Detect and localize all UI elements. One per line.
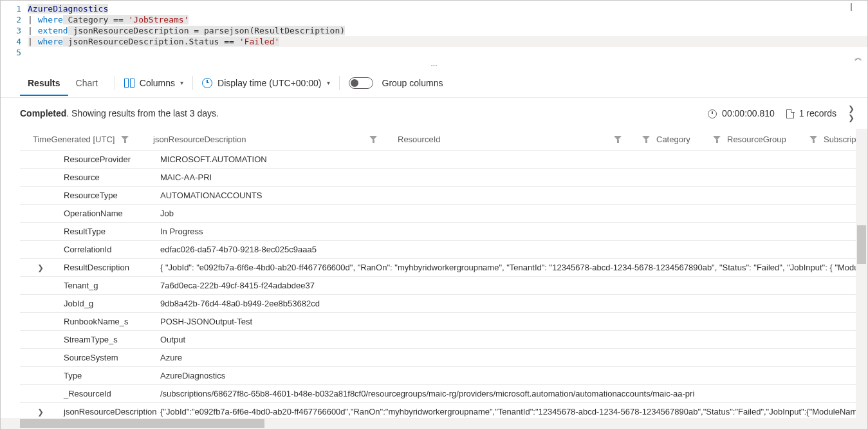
collapse-icon[interactable]: ︽ <box>854 52 862 63</box>
field-value: MICROSOFT.AUTOMATION <box>158 154 867 164</box>
filter-icon[interactable] <box>713 136 721 144</box>
detail-row[interactable]: RunbookName_sPOSH-JSONOutput-Test <box>20 313 867 331</box>
field-name: ResultDescription <box>61 263 158 272</box>
field-name: Resource <box>61 173 158 182</box>
detail-row[interactable]: ❯ResultDescription{ "JobId": "e092fb7a-6… <box>20 259 867 277</box>
detail-rows: ResourceProviderMICROSOFT.AUTOMATIONReso… <box>20 151 867 429</box>
group-columns-toggle-wrap: Group columns <box>349 77 443 89</box>
field-value: AzureDiagnostics <box>158 371 867 380</box>
field-name: ResourceType <box>61 191 158 200</box>
detail-row[interactable]: ResourceProviderMICROSOFT.AUTOMATION <box>20 151 867 169</box>
status-text: Completed. Showing results from the last… <box>20 108 219 118</box>
col-json-resource-description[interactable]: jsonResourceDescription <box>140 135 385 144</box>
filter-icon[interactable] <box>614 136 622 144</box>
col-label: Category <box>656 135 690 144</box>
detail-row[interactable]: StreamType_sOutput <box>20 331 867 349</box>
log-analytics-window: 12345 AzureDiagnostics| where Category =… <box>0 0 868 430</box>
field-value: edfac026-da57-4b70-9218-8ec025c9aaa5 <box>158 245 867 254</box>
divider <box>339 76 340 90</box>
columns-icon <box>124 79 134 88</box>
field-value: Azure <box>158 353 867 362</box>
field-value: POSH-JSONOutput-Test <box>158 317 867 326</box>
field-name: StreamType_s <box>61 335 158 344</box>
display-time-label: Display time (UTC+00:00) <box>217 78 321 88</box>
elapsed-value: 00:00:00.810 <box>722 108 775 118</box>
horizontal-scrollbar[interactable] <box>1 418 867 429</box>
divider <box>115 76 115 90</box>
field-value: { "JobId": "e092fb7a-6f6e-4bd0-ab20-ff46… <box>158 263 867 272</box>
columns-picker[interactable]: Columns ▾ <box>124 78 183 88</box>
horizontal-scroll-thumb[interactable] <box>20 419 264 428</box>
field-name: Tenant_g <box>61 281 158 290</box>
chevron-down-icon: ▾ <box>180 79 183 86</box>
display-time-picker[interactable]: Display time (UTC+00:00) ▾ <box>202 78 329 88</box>
detail-row[interactable]: _ResourceId/subscriptions/68627f8c-65b8-… <box>20 385 867 403</box>
col-time-generated[interactable]: TimeGenerated [UTC] <box>20 135 140 144</box>
col-label: jsonResourceDescription <box>153 135 246 144</box>
expand-icon[interactable]: ❯❯ <box>848 104 854 122</box>
status-bar: Completed. Showing results from the last… <box>1 98 867 129</box>
records-icon <box>786 109 794 118</box>
detail-row[interactable]: ResourceTypeAUTOMATIONACCOUNTS <box>20 187 867 205</box>
tab-results[interactable]: Results <box>20 70 68 96</box>
row-expander[interactable]: ❯ <box>20 407 61 416</box>
filter-icon[interactable] <box>121 136 129 144</box>
filter-icon[interactable] <box>809 136 817 144</box>
vertical-scrollbar[interactable] <box>856 129 867 418</box>
col-category[interactable]: Category <box>629 135 700 144</box>
field-name: jsonResourceDescription <box>61 407 158 416</box>
row-expander[interactable]: ❯ <box>20 263 61 272</box>
group-columns-toggle[interactable] <box>349 77 373 89</box>
field-name: OperationName <box>61 209 158 218</box>
query-editor[interactable]: 12345 AzureDiagnostics| where Category =… <box>1 1 867 59</box>
field-name: _ResourceId <box>61 389 158 398</box>
field-value: /subscriptions/68627f8c-65b8-4601-b48e-b… <box>158 389 867 398</box>
tab-chart[interactable]: Chart <box>68 70 106 96</box>
field-name: SourceSystem <box>61 353 158 362</box>
detail-row[interactable]: CorrelationIdedfac026-da57-4b70-9218-8ec… <box>20 241 867 259</box>
line-number-gutter: 12345 <box>1 3 28 58</box>
field-name: Type <box>61 371 158 380</box>
field-value: In Progress <box>158 227 867 236</box>
detail-row[interactable]: ResourceMAIC-AA-PRI <box>20 169 867 187</box>
timer-icon <box>708 109 717 118</box>
field-value: AUTOMATIONACCOUNTS <box>158 191 867 200</box>
status-completed: Completed <box>20 108 66 118</box>
field-name: JobId_g <box>61 299 158 308</box>
field-value: 7a6d0eca-222b-49cf-8415-f24adabdee37 <box>158 281 867 290</box>
field-value: Output <box>158 335 867 344</box>
vertical-scroll-thumb[interactable] <box>857 225 866 264</box>
field-name: RunbookName_s <box>61 317 158 326</box>
elapsed-time: 00:00:00.810 <box>708 108 775 118</box>
divider <box>192 76 193 90</box>
detail-row[interactable]: OperationNameJob <box>20 205 867 223</box>
field-name: CorrelationId <box>61 245 158 254</box>
field-name: ResourceProvider <box>61 154 158 164</box>
records-value: 1 records <box>799 108 836 118</box>
code-area[interactable]: AzureDiagnostics| where Category == 'Job… <box>28 3 867 58</box>
status-detail: . Showing results from the last 3 days. <box>66 108 219 118</box>
columns-label: Columns <box>140 78 175 88</box>
col-resource-id[interactable]: ResourceId <box>385 135 629 144</box>
filter-icon[interactable] <box>369 136 377 144</box>
detail-row[interactable]: TypeAzureDiagnostics <box>20 367 867 385</box>
filter-icon[interactable] <box>642 136 650 144</box>
field-name: ResultType <box>61 227 158 236</box>
col-resource-group[interactable]: ResourceGroup <box>700 135 797 144</box>
group-columns-label: Group columns <box>382 78 443 88</box>
col-label: ResourceId <box>398 135 440 144</box>
col-label: Subscrip <box>824 135 856 144</box>
field-value: 9db8a42b-76d4-48a0-b949-2ee8b53682cd <box>158 299 867 308</box>
col-label: TimeGenerated [UTC] <box>33 135 115 144</box>
field-value: MAIC-AA-PRI <box>158 173 867 182</box>
record-count: 1 records <box>786 108 836 118</box>
field-value: {"JobId":"e092fb7a-6f6e-4bd0-ab20-ff4677… <box>158 407 867 416</box>
results-grid: TimeGenerated [UTC] jsonResourceDescript… <box>1 129 867 429</box>
detail-row[interactable]: ResultTypeIn Progress <box>20 223 867 241</box>
detail-row[interactable]: Tenant_g7a6d0eca-222b-49cf-8415-f24adabd… <box>20 277 867 295</box>
detail-row[interactable]: JobId_g9db8a42b-76d4-48a0-b949-2ee8b5368… <box>20 295 867 313</box>
grid-header-row: TimeGenerated [UTC] jsonResourceDescript… <box>20 129 867 151</box>
detail-row[interactable]: SourceSystemAzure <box>20 349 867 367</box>
field-value: Job <box>158 209 867 218</box>
editor-resize-handle[interactable]: ··· <box>1 59 867 68</box>
